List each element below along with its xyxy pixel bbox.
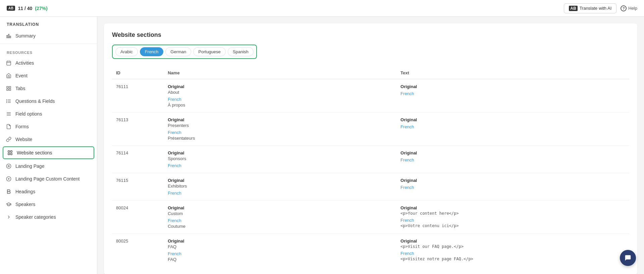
- sidebar-item-summary[interactable]: Summary: [0, 29, 97, 42]
- cell-text: Original<p>Your content here</p>French<p…: [396, 201, 629, 234]
- cell-id: 80024: [112, 201, 164, 234]
- svg-rect-0: [7, 36, 8, 38]
- text-french-link[interactable]: French: [400, 251, 625, 256]
- cell-name: OriginalSponsorsFrench: [164, 146, 396, 173]
- sidebar-item-headings[interactable]: Headings: [0, 185, 97, 198]
- forms-label: Forms: [15, 124, 92, 129]
- sidebar-item-landing-page-custom[interactable]: Landing Page Custom Content: [0, 173, 97, 185]
- cell-id: 76114: [112, 146, 164, 173]
- sidebar-item-website-sections[interactable]: Website sections: [3, 146, 94, 159]
- svg-rect-10: [9, 89, 11, 90]
- lang-tab-portuguese[interactable]: Portuguese: [193, 47, 226, 56]
- sidebar-divider-1: [0, 44, 97, 44]
- name-french-sub: Coutume: [168, 224, 392, 229]
- website-label: Website: [15, 137, 92, 142]
- sidebar-item-questions-fields[interactable]: Questions & Fields: [0, 95, 97, 108]
- text-french-link[interactable]: French: [400, 91, 625, 96]
- cell-text: OriginalFrench: [396, 173, 629, 201]
- name-original: Original: [168, 84, 392, 89]
- sections-table: ID Name Text 76111OriginalAboutFrenchÀ p…: [112, 67, 629, 267]
- activities-label: Activities: [15, 60, 92, 66]
- svg-rect-9: [7, 89, 8, 90]
- sidebar-item-landing-page[interactable]: Landing Page: [0, 160, 97, 173]
- text-french-html: <p>Visitez notre page FAQ.</p>: [400, 257, 625, 261]
- name-sub: FAQ: [168, 244, 392, 249]
- lang-tab-german[interactable]: German: [165, 47, 191, 56]
- name-original: Original: [168, 117, 392, 122]
- card-title: Website sections: [112, 31, 629, 39]
- sidebar-item-event[interactable]: Event: [0, 69, 97, 82]
- name-french-link[interactable]: French: [168, 191, 392, 196]
- name-french-sub: À propos: [168, 102, 392, 108]
- tabs-label: Tabs: [15, 86, 92, 91]
- svg-rect-1: [8, 34, 9, 38]
- sidebar-item-website[interactable]: Website: [0, 133, 97, 146]
- name-sub: Sponsors: [168, 156, 392, 161]
- name-french-link[interactable]: French: [168, 97, 392, 102]
- lang-tab-french[interactable]: French: [140, 47, 163, 56]
- svg-rect-22: [8, 153, 10, 155]
- table-row: 76115OriginalExhibitorsFrenchOriginalFre…: [112, 173, 629, 201]
- text-french-link[interactable]: French: [400, 124, 625, 129]
- sidebar-item-forms[interactable]: Forms: [0, 120, 97, 133]
- name-sub: Presenters: [168, 123, 392, 128]
- progress-section: AB 11 / 40 (27%): [7, 6, 48, 11]
- name-french-link[interactable]: French: [168, 130, 392, 135]
- svg-rect-8: [9, 86, 11, 88]
- translate-ai-button[interactable]: AB Translate with AI: [564, 3, 616, 13]
- svg-point-24: [6, 164, 11, 168]
- home-icon: [5, 72, 12, 79]
- help-button[interactable]: ? Help: [621, 5, 637, 11]
- list-icon: [5, 98, 12, 105]
- svg-point-25: [8, 165, 9, 167]
- name-sub: About: [168, 90, 392, 95]
- cell-text: OriginalFrench: [396, 113, 629, 146]
- text-original: Original: [400, 84, 625, 89]
- table-body: 76111OriginalAboutFrenchÀ proposOriginal…: [112, 79, 629, 267]
- link-icon: [5, 136, 12, 143]
- svg-rect-20: [8, 151, 10, 152]
- table-row: 76111OriginalAboutFrenchÀ proposOriginal…: [112, 79, 629, 113]
- sidebar-item-activities[interactable]: Activities: [0, 57, 97, 69]
- lang-tab-arabic[interactable]: Arabic: [115, 47, 138, 56]
- event-label: Event: [15, 73, 92, 78]
- language-tabs: Arabic French German Portuguese Spanish: [112, 45, 257, 59]
- headings-label: Headings: [15, 189, 92, 194]
- text-french-link[interactable]: French: [400, 185, 625, 190]
- text-french-link[interactable]: French: [400, 157, 625, 162]
- name-french-link[interactable]: French: [168, 251, 392, 256]
- landing-page-custom-label: Landing Page Custom Content: [15, 176, 92, 182]
- text-html: <p>Your content here</p>: [400, 211, 625, 216]
- sidebar-item-field-options[interactable]: Field options: [0, 108, 97, 120]
- questions-fields-label: Questions & Fields: [15, 98, 92, 104]
- sidebar-item-speaker-categories[interactable]: Speaker categories: [0, 211, 97, 223]
- graduation-icon: [5, 201, 12, 208]
- cell-id: 76111: [112, 79, 164, 113]
- cell-name: OriginalPresentersFrenchPrésentateurs: [164, 113, 396, 146]
- bars-icon: [5, 111, 12, 117]
- cell-name: OriginalExhibitorsFrench: [164, 173, 396, 201]
- text-original: Original: [400, 238, 625, 244]
- top-bar-actions: AB Translate with AI ? Help: [564, 3, 637, 13]
- field-options-label: Field options: [15, 111, 92, 117]
- calendar-icon: [5, 60, 12, 66]
- sidebar-item-tabs[interactable]: Tabs: [0, 82, 97, 95]
- name-sub: Exhibitors: [168, 184, 392, 189]
- svg-rect-23: [10, 153, 12, 155]
- name-french-sub: FAQ: [168, 257, 392, 262]
- text-original: Original: [400, 150, 625, 155]
- name-french-link[interactable]: French: [168, 163, 392, 168]
- landing-page-label: Landing Page: [15, 163, 92, 169]
- grid-icon: [7, 149, 13, 156]
- website-sections-card: Website sections Arabic French German Po…: [104, 23, 637, 274]
- chat-bubble-button[interactable]: [620, 250, 636, 266]
- name-french-link[interactable]: French: [168, 218, 392, 223]
- table-row: 80025OriginalFAQFrenchFAQOriginal<p>Visi…: [112, 234, 629, 267]
- lang-tab-spanish[interactable]: Spanish: [228, 47, 254, 56]
- sidebar-item-speakers[interactable]: Speakers: [0, 198, 97, 211]
- text-french-link[interactable]: French: [400, 218, 625, 223]
- ab-icon: AB: [7, 6, 15, 11]
- name-original: Original: [168, 178, 392, 183]
- tabs-icon: [5, 85, 12, 92]
- summary-label: Summary: [15, 33, 92, 39]
